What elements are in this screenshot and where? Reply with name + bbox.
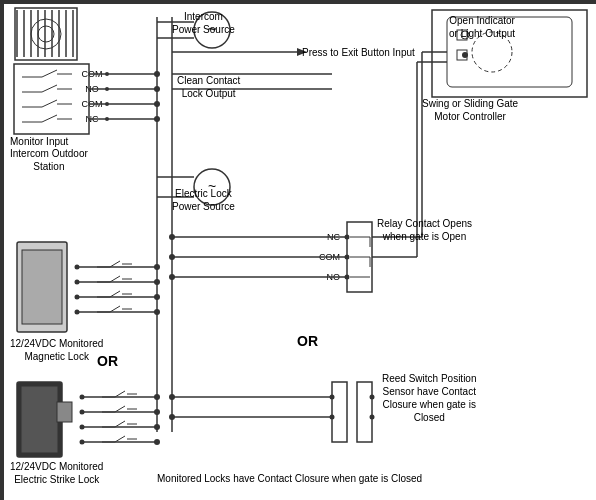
svg-rect-80 <box>57 402 72 422</box>
wiring-diagram: COM NO COM NC <box>0 0 596 500</box>
or1-label: OR <box>97 352 118 370</box>
svg-point-119 <box>169 274 175 280</box>
svg-point-102 <box>154 409 160 415</box>
svg-point-42 <box>154 71 160 77</box>
svg-point-64 <box>154 294 160 300</box>
svg-point-124 <box>370 395 375 400</box>
svg-point-43 <box>154 86 160 92</box>
relay-contact-label: Relay Contact Openswhen gate is Open <box>377 217 472 243</box>
svg-point-128 <box>169 394 175 400</box>
svg-rect-53 <box>22 250 62 324</box>
svg-point-129 <box>169 414 175 420</box>
clean-contact-label: Clean ContactLock Output <box>177 74 240 100</box>
or2-label: OR <box>297 332 318 350</box>
magnetic-lock-label: 12/24VDC MonitoredMagnetic Lock <box>10 337 103 363</box>
press-to-exit-label: Press to Exit Button Input <box>302 46 415 59</box>
reed-switch-label: Reed Switch PositionSensor have ContactC… <box>382 372 477 424</box>
svg-point-63 <box>154 279 160 285</box>
footer-label: Monitored Locks have Contact Closure whe… <box>157 472 422 485</box>
svg-point-65 <box>154 309 160 315</box>
svg-rect-121 <box>357 382 372 442</box>
svg-point-101 <box>154 394 160 400</box>
electric-lock-power-label: Electric LockPower Source <box>172 187 235 213</box>
svg-point-44 <box>154 101 160 107</box>
intercom-power-source-label: IntercomPower Source <box>172 10 235 36</box>
open-indicator-label: Open Indicatoror Light Output <box>449 14 515 40</box>
svg-point-117 <box>169 234 175 240</box>
svg-point-62 <box>154 264 160 270</box>
svg-point-135 <box>462 52 468 58</box>
svg-point-45 <box>154 116 160 122</box>
intercom-outdoor-station-label: Intercom OutdoorStation <box>10 147 88 173</box>
swing-gate-label: Swing or Sliding GateMotor Controller <box>422 97 518 123</box>
svg-point-125 <box>370 415 375 420</box>
svg-rect-79 <box>22 387 57 452</box>
electric-strike-label: 12/24VDC MonitoredElectric Strike Lock <box>10 460 103 486</box>
svg-point-118 <box>169 254 175 260</box>
svg-point-103 <box>154 424 160 430</box>
svg-point-104 <box>154 439 160 445</box>
svg-rect-120 <box>332 382 347 442</box>
